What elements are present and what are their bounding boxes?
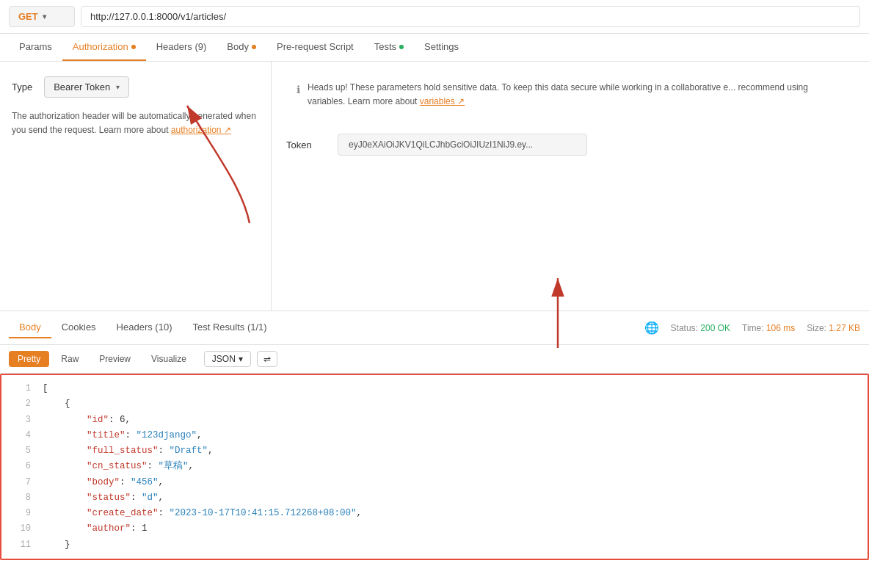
- code-toolbar: Pretty Raw Preview Visualize JSON ▾ ⇌: [0, 345, 869, 374]
- method-chevron-icon: ▾: [43, 12, 46, 21]
- code-line-7: 7 "body": "456",: [1, 475, 868, 490]
- auth-description: The authorization header will be automat…: [12, 109, 259, 137]
- code-body: 1 [ 2 { 3 "id": 6, 4 "title": "123django…: [0, 374, 869, 560]
- tab-response-headers[interactable]: Headers (10): [106, 317, 183, 338]
- body-dot: [252, 45, 256, 49]
- code-line-3: 3 "id": 6,: [1, 413, 868, 428]
- code-tab-preview[interactable]: Preview: [90, 351, 139, 367]
- status-label: Status: 200 OK: [671, 323, 730, 333]
- tab-authorization[interactable]: Authorization: [62, 34, 146, 61]
- type-label: Type: [12, 81, 32, 92]
- status-bar: 🌐 Status: 200 OK Time: 106 ms Size: 1.27…: [644, 321, 860, 335]
- tab-headers[interactable]: Headers (9): [146, 34, 217, 61]
- time-label: Time: 106 ms: [742, 323, 795, 333]
- url-bar: GET ▾: [0, 0, 869, 34]
- main-content: Type Bearer Token ▾ The authorization he…: [0, 62, 869, 311]
- token-input[interactable]: eyJ0eXAiOiJKV1QiLCJhbGciOiJIUzI1NiJ9.ey.…: [338, 134, 587, 156]
- request-tabs: Params Authorization Headers (9) Body Pr…: [0, 34, 869, 62]
- bottom-panel: Body Cookies Headers (10) Test Results (…: [0, 311, 869, 560]
- time-value: 106 ms: [766, 323, 795, 333]
- authorization-dot: [131, 45, 136, 49]
- code-line-2: 2 {: [1, 396, 868, 412]
- globe-icon: 🌐: [644, 321, 659, 335]
- method-dropdown[interactable]: GET ▾: [9, 6, 75, 27]
- info-box: ℹ Heads up! These parameters hold sensit…: [286, 73, 854, 116]
- method-label: GET: [18, 11, 38, 22]
- size-value: 1.27 KB: [829, 323, 860, 333]
- size-label: Size: 1.27 KB: [807, 323, 860, 333]
- tab-prerequest[interactable]: Pre-request Script: [266, 34, 364, 61]
- tab-params[interactable]: Params: [9, 34, 62, 61]
- tab-response-body[interactable]: Body: [9, 317, 51, 338]
- type-row: Type Bearer Token ▾: [12, 76, 259, 98]
- code-line-5: 5 "full_status": "Draft",: [1, 443, 868, 459]
- code-tab-pretty[interactable]: Pretty: [9, 351, 49, 367]
- wrap-icon[interactable]: ⇌: [257, 351, 277, 367]
- format-label: JSON: [212, 354, 236, 364]
- code-tab-raw[interactable]: Raw: [52, 351, 87, 367]
- tab-test-results[interactable]: Test Results (1/1): [182, 317, 277, 338]
- code-line-4: 4 "title": "123django",: [1, 428, 868, 443]
- token-row: Token eyJ0eXAiOiJKV1QiLCJhbGciOiJIUzI1Ni…: [286, 134, 854, 156]
- token-label: Token: [286, 139, 323, 150]
- status-value: 200 OK: [700, 323, 730, 333]
- tests-dot: [399, 45, 404, 49]
- code-tab-visualize[interactable]: Visualize: [142, 351, 195, 367]
- left-panel: Type Bearer Token ▾ The authorization he…: [0, 62, 272, 311]
- response-tabs: Body Cookies Headers (10) Test Results (…: [9, 317, 277, 338]
- bearer-chevron-icon: ▾: [116, 83, 120, 91]
- code-line-9: 9 "create_date": "2023-10-17T10:41:15.71…: [1, 506, 868, 521]
- tab-tests[interactable]: Tests: [364, 34, 414, 61]
- variables-link[interactable]: variables ↗: [420, 96, 465, 106]
- code-line-8: 8 "status": "d",: [1, 490, 868, 506]
- right-panel: ℹ Heads up! These parameters hold sensit…: [272, 62, 869, 311]
- info-icon: ℹ: [297, 81, 300, 109]
- tab-settings[interactable]: Settings: [414, 34, 469, 61]
- code-line-10: 10 "author": 1: [1, 521, 868, 537]
- authorization-link[interactable]: authorization ↗: [171, 125, 231, 135]
- url-input[interactable]: [81, 6, 860, 27]
- tab-body[interactable]: Body: [217, 34, 266, 61]
- bearer-label: Bearer Token: [54, 81, 110, 92]
- tab-cookies[interactable]: Cookies: [51, 317, 106, 338]
- code-line-11: 11 }: [1, 537, 868, 553]
- code-line-6: 6 "cn_status": "草稿",: [1, 459, 868, 474]
- bottom-tabs-bar: Body Cookies Headers (10) Test Results (…: [0, 311, 869, 345]
- bearer-token-dropdown[interactable]: Bearer Token ▾: [44, 76, 129, 98]
- code-line-1: 1 [: [1, 381, 868, 396]
- info-text: Heads up! These parameters hold sensitiv…: [308, 81, 844, 109]
- format-chevron-icon: ▾: [239, 354, 243, 364]
- format-dropdown[interactable]: JSON ▾: [204, 351, 251, 367]
